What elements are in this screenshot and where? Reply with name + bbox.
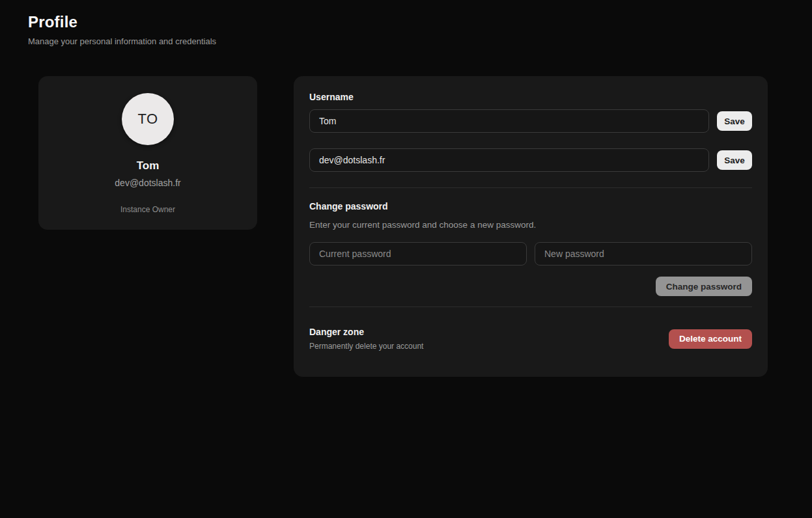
change-password-button[interactable]: Change password [656, 277, 752, 296]
username-input[interactable] [309, 109, 709, 133]
username-section-label: Username [309, 92, 752, 102]
avatar: TO [122, 93, 174, 145]
page-title: Profile [28, 13, 784, 31]
danger-zone-text: Danger zone Permanently delete your acco… [309, 327, 423, 351]
page-subtitle: Manage your personal information and cre… [28, 36, 784, 46]
change-password-button-row: Change password [309, 277, 752, 296]
profile-role-badge: Instance Owner [38, 205, 257, 214]
profile-summary-card: TO Tom dev@dotslash.fr Instance Owner [38, 76, 257, 230]
avatar-initials: TO [137, 111, 158, 128]
page-header: Profile Manage your personal information… [0, 0, 812, 46]
profile-email: dev@dotslash.fr [38, 178, 257, 188]
profile-name: Tom [38, 159, 257, 172]
username-field-row: Save [309, 109, 752, 133]
email-input[interactable] [309, 148, 709, 172]
section-divider [309, 187, 752, 188]
main-content: TO Tom dev@dotslash.fr Instance Owner Us… [0, 46, 812, 377]
section-divider [309, 307, 752, 307]
new-password-input[interactable] [535, 242, 752, 266]
current-password-input[interactable] [309, 242, 527, 266]
password-fields-row [309, 242, 752, 266]
email-field-row: Save [309, 148, 752, 172]
danger-zone-row: Danger zone Permanently delete your acco… [309, 327, 752, 351]
change-password-heading: Change password [309, 201, 752, 211]
save-email-button[interactable]: Save [717, 150, 752, 170]
save-username-button[interactable]: Save [717, 111, 752, 131]
danger-zone-description: Permanently delete your account [309, 342, 423, 351]
change-password-description: Enter your current password and choose a… [309, 220, 752, 230]
danger-zone-heading: Danger zone [309, 327, 423, 337]
account-settings-card: Username Save Save Change password Enter… [294, 76, 768, 377]
delete-account-button[interactable]: Delete account [669, 329, 752, 349]
